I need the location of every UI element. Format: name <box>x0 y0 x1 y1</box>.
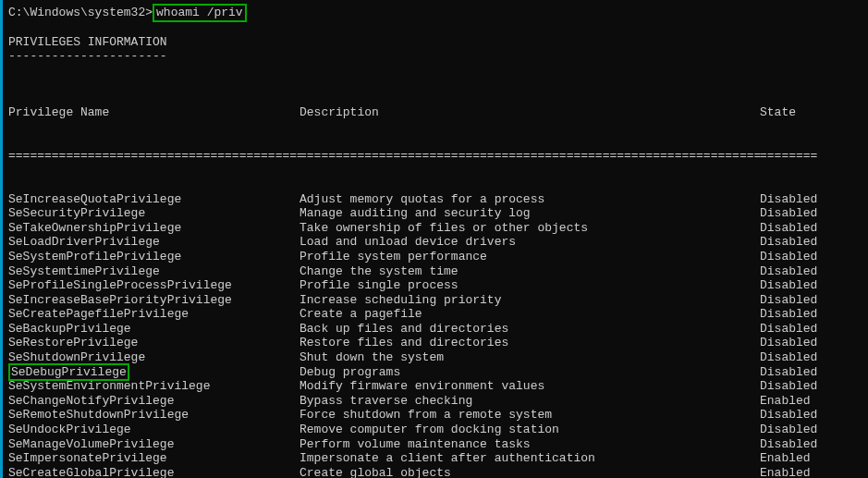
privilege-state: Disabled <box>760 250 817 264</box>
table-header-row: Privilege Name Description State <box>8 105 868 120</box>
command-prompt-line: C:\Windows\system32>whoami /priv <box>8 4 868 22</box>
privilege-name: SeRestorePrivilege <box>8 336 300 350</box>
privilege-description: Take ownership of files or other objects <box>300 221 760 236</box>
prompt-path: C:\Windows\system32> <box>8 6 153 19</box>
privilege-name: SeSystemProfilePrivilege <box>8 250 300 264</box>
privilege-name: SeSystemEnvironmentPrivilege <box>8 379 300 394</box>
privilege-state: Enabled <box>760 394 811 409</box>
privilege-name: SeUndockPrivilege <box>8 423 300 437</box>
table-row: SeRemoteShutdownPrivilege Force shutdown… <box>8 408 868 423</box>
header-privilege-name: Privilege Name <box>8 105 300 120</box>
table-row: SeCreateGlobalPrivilege Create global ob… <box>8 466 868 478</box>
privilege-description: Shut down the system <box>300 350 760 365</box>
privilege-description: Perform volume maintenance tasks <box>300 437 760 452</box>
section-underline: ---------------------- <box>8 49 868 64</box>
table-row: SeSystemEnvironmentPrivilege Modify firm… <box>8 379 868 394</box>
privilege-state: Disabled <box>760 192 817 207</box>
table-row: SeSystemProfilePrivilege Profile system … <box>8 250 868 264</box>
privilege-name: SeSystemtimePrivilege <box>8 264 300 279</box>
table-row: SeDebugPrivilege Debug programs Disabled <box>8 365 868 380</box>
privilege-description: Debug programs <box>300 365 760 380</box>
sep-name: ========================================… <box>8 149 300 164</box>
privilege-state: Disabled <box>760 336 817 350</box>
table-row: SeChangeNotifyPrivilege Bypass traverse … <box>8 394 868 409</box>
table-row: SeProfileSingleProcessPrivilege Profile … <box>8 278 868 293</box>
privilege-description: Back up files and directories <box>300 322 760 337</box>
table-row: SeImpersonatePrivilege Impersonate a cli… <box>8 451 868 466</box>
privilege-name: SeSecurityPrivilege <box>8 206 300 221</box>
table-row: SeRestorePrivilege Restore files and dir… <box>8 336 868 350</box>
sep-state: ======== <box>760 149 817 164</box>
table-row: SeManageVolumePrivilege Perform volume m… <box>8 437 868 452</box>
privilege-state: Disabled <box>760 350 817 365</box>
privilege-state: Enabled <box>760 451 811 466</box>
privilege-state: Disabled <box>760 322 817 337</box>
privilege-state: Disabled <box>760 408 817 423</box>
privilege-name: SeIncreaseBasePriorityPrivilege <box>8 293 300 308</box>
privilege-description: Impersonate a client after authenticatio… <box>300 451 760 466</box>
privilege-name: SeIncreaseQuotaPrivilege <box>8 192 300 207</box>
privilege-state: Disabled <box>760 423 817 437</box>
table-row: SeIncreaseQuotaPrivilege Adjust memory q… <box>8 192 868 207</box>
privilege-state: Disabled <box>760 293 817 308</box>
command-text: whoami /priv <box>156 6 243 19</box>
privilege-name: SeDebugPrivilege <box>8 365 300 380</box>
header-state: State <box>760 105 796 120</box>
privilege-name: SeCreatePagefilePrivilege <box>8 307 300 322</box>
privilege-state: Disabled <box>760 278 817 293</box>
privilege-name: SeManageVolumePrivilege <box>8 437 300 452</box>
privilege-state: Disabled <box>760 221 817 236</box>
privilege-description: Create global objects <box>300 466 760 478</box>
privilege-description: Remove computer from docking station <box>300 423 760 437</box>
privilege-description: Load and unload device drivers <box>300 235 760 250</box>
privilege-description: Adjust memory quotas for a process <box>300 192 760 207</box>
table-row: SeTakeOwnershipPrivilege Take ownership … <box>8 221 868 236</box>
privilege-state: Disabled <box>760 235 817 250</box>
privilege-description: Profile single process <box>300 278 760 293</box>
privilege-description: Modify firmware environment values <box>300 379 760 394</box>
privilege-description: Profile system performance <box>300 250 760 264</box>
privilege-description: Force shutdown from a remote system <box>300 408 760 423</box>
privilege-name: SeChangeNotifyPrivilege <box>8 394 300 409</box>
privilege-description: Bypass traverse checking <box>300 394 760 409</box>
privilege-name: SeProfileSingleProcessPrivilege <box>8 278 300 293</box>
privilege-state: Disabled <box>760 206 817 221</box>
header-description: Description <box>300 105 760 120</box>
table-row: SeLoadDriverPrivilege Load and unload de… <box>8 235 868 250</box>
privilege-description: Increase scheduling priority <box>300 293 760 308</box>
table-row: SeUndockPrivilege Remove computer from d… <box>8 423 868 437</box>
privilege-name: SeCreateGlobalPrivilege <box>8 466 300 478</box>
table-row: SeBackupPrivilege Back up files and dire… <box>8 322 868 337</box>
privilege-description: Restore files and directories <box>300 336 760 350</box>
sep-desc: ========================================… <box>300 149 760 164</box>
privilege-description: Manage auditing and security log <box>300 206 760 221</box>
privilege-state: Disabled <box>760 307 817 322</box>
table-row: SeShutdownPrivilege Shut down the system… <box>8 350 868 365</box>
privilege-state: Disabled <box>760 379 817 394</box>
privilege-state: Disabled <box>760 264 817 279</box>
privilege-name: SeLoadDriverPrivilege <box>8 235 300 250</box>
privilege-description: Create a pagefile <box>300 307 760 322</box>
privilege-name: SeImpersonatePrivilege <box>8 451 300 466</box>
section-title: PRIVILEGES INFORMATION <box>8 35 868 50</box>
privileges-table: Privilege Name Description State =======… <box>8 77 868 478</box>
privilege-name: SeRemoteShutdownPrivilege <box>8 408 300 423</box>
privilege-name: SeTakeOwnershipPrivilege <box>8 221 300 236</box>
privilege-state: Disabled <box>760 365 817 380</box>
privilege-state: Disabled <box>760 437 817 452</box>
privilege-name: SeBackupPrivilege <box>8 322 300 337</box>
table-row: SeSystemtimePrivilege Change the system … <box>8 264 868 279</box>
privilege-state: Enabled <box>760 466 811 478</box>
command-highlight: whoami /priv <box>153 4 247 22</box>
table-row: SeCreatePagefilePrivilege Create a pagef… <box>8 307 868 322</box>
table-row: SeSecurityPrivilege Manage auditing and … <box>8 206 868 221</box>
privilege-description: Change the system time <box>300 264 760 279</box>
table-separator-row: ========================================… <box>8 149 868 164</box>
table-row: SeIncreaseBasePriorityPrivilege Increase… <box>8 293 868 308</box>
